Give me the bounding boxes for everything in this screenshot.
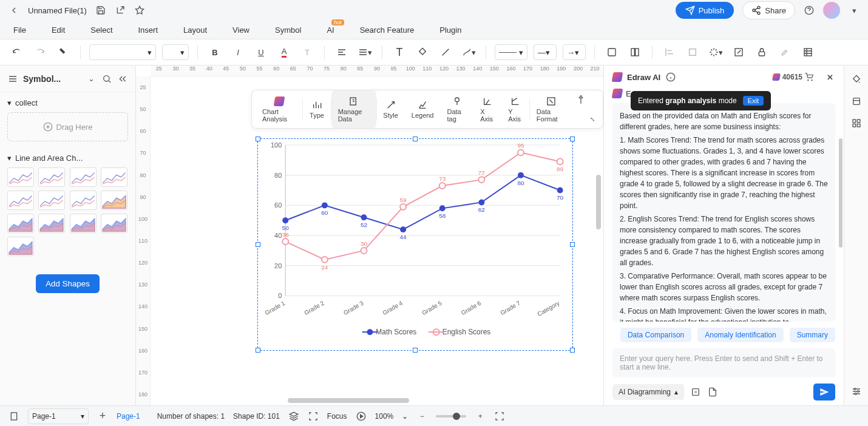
chart-thumb[interactable] xyxy=(70,167,97,187)
connector-icon[interactable]: ▾ xyxy=(460,44,477,61)
chip-data-comparison[interactable]: Data Comparison xyxy=(620,328,691,342)
underline-icon[interactable]: U xyxy=(253,44,270,61)
chart-thumb[interactable] xyxy=(101,167,127,187)
fullscreen-icon[interactable] xyxy=(494,411,505,422)
edit-shape-icon[interactable] xyxy=(730,44,747,61)
chart-thumb[interactable] xyxy=(38,167,65,187)
exit-button[interactable]: Exit xyxy=(743,96,764,106)
info-icon[interactable] xyxy=(665,72,676,83)
line-color-icon[interactable] xyxy=(437,44,454,61)
star-icon[interactable] xyxy=(134,5,145,16)
rail-shape-icon[interactable] xyxy=(851,96,862,107)
table-icon[interactable] xyxy=(799,44,816,61)
menu-search[interactable]: Search Feature xyxy=(360,25,415,35)
save-icon[interactable] xyxy=(95,5,106,16)
focus-label[interactable]: Focus xyxy=(327,412,347,421)
align-obj-icon[interactable] xyxy=(661,44,678,61)
section-linearea[interactable]: ▾ Line and Area Ch... xyxy=(7,154,128,163)
chip-anomaly[interactable]: Anomaly Identification xyxy=(697,328,783,342)
font-size-select[interactable]: ▾ xyxy=(162,44,189,60)
ftool-datatag[interactable]: Data tag xyxy=(441,90,474,128)
text-style-icon[interactable]: T xyxy=(299,44,316,61)
chart-thumb[interactable] xyxy=(7,191,34,210)
menu-symbol[interactable]: Symbol xyxy=(275,25,301,35)
align-icon[interactable] xyxy=(333,44,350,61)
expand-icon[interactable]: ⤡ xyxy=(588,113,597,124)
pin-icon[interactable] xyxy=(576,94,586,105)
chart-thumb[interactable] xyxy=(101,191,127,210)
chart-object[interactable]: 020406080100Grade 1Grade 2Grade 3Grade 4… xyxy=(257,138,573,351)
zoom-out-icon[interactable]: − xyxy=(416,411,427,422)
undo-icon[interactable] xyxy=(8,44,25,61)
ftool-dataformat[interactable]: Data Format xyxy=(530,90,572,128)
publish-button[interactable]: Publish xyxy=(676,2,734,19)
share-button[interactable]: Share xyxy=(742,1,795,19)
menu-view[interactable]: View xyxy=(232,25,249,35)
group-icon[interactable] xyxy=(684,44,701,61)
lock-icon[interactable] xyxy=(753,44,770,61)
section-collect[interactable]: ▾ collect xyxy=(7,98,128,107)
menu-ai[interactable]: AIhot xyxy=(327,25,334,35)
image2-icon[interactable] xyxy=(626,44,643,61)
redo-icon[interactable] xyxy=(32,44,49,61)
ftool-chart-analysis[interactable]: Chart Analysis xyxy=(256,90,302,128)
chart-thumb[interactable] xyxy=(7,167,34,187)
zoom-slider[interactable] xyxy=(436,415,466,418)
chip-summary[interactable]: Summary xyxy=(790,328,835,342)
search-icon[interactable] xyxy=(101,73,112,84)
add-page-icon[interactable]: + xyxy=(97,411,108,422)
add-shapes-button[interactable]: Add Shapes xyxy=(36,274,100,293)
page-tab[interactable]: Page-1 xyxy=(117,412,140,421)
zoom-value[interactable]: 100% xyxy=(375,412,394,421)
help-icon[interactable] xyxy=(804,5,815,16)
back-icon[interactable] xyxy=(8,5,19,16)
chart-thumb[interactable] xyxy=(101,214,127,233)
ai-scrollbar[interactable] xyxy=(839,138,843,248)
collapse-icon[interactable] xyxy=(117,73,128,84)
zoom-in-icon[interactable]: + xyxy=(475,411,486,422)
rail-grid-icon[interactable] xyxy=(851,118,862,129)
ftool-legend[interactable]: Legend xyxy=(405,90,441,128)
line-style-select[interactable]: ▾ xyxy=(495,44,527,60)
ftool-style[interactable]: Style xyxy=(376,90,404,128)
doc-icon[interactable] xyxy=(707,387,718,397)
chart-thumb[interactable] xyxy=(7,237,34,256)
page-select[interactable]: Page-1▾ xyxy=(28,408,89,424)
ftool-type[interactable]: Type xyxy=(303,90,331,128)
tools-icon[interactable] xyxy=(776,44,793,61)
export-icon[interactable] xyxy=(115,5,126,16)
send-button[interactable] xyxy=(813,384,835,401)
menu-insert[interactable]: Insert xyxy=(138,25,158,35)
format-painter-icon[interactable] xyxy=(55,44,72,61)
credits[interactable]: 40615 xyxy=(773,72,813,82)
menu-edit[interactable]: Edit xyxy=(52,25,65,35)
query-input[interactable]: Enter your query here. Press Enter to se… xyxy=(612,348,835,377)
image1-icon[interactable] xyxy=(603,44,620,61)
ftool-manage-data[interactable]: Manage Data xyxy=(331,90,376,128)
ftool-xaxis[interactable]: X Axis xyxy=(473,90,501,128)
drop-zone[interactable]: Drag Here xyxy=(7,112,128,141)
pages-icon[interactable] xyxy=(8,411,19,422)
ai-mode-select[interactable]: AI Diagramming ▴ xyxy=(612,384,684,400)
focus-icon[interactable] xyxy=(308,411,319,422)
avatar[interactable] xyxy=(823,2,840,19)
rail-settings-icon[interactable] xyxy=(851,386,862,397)
v-scrollbar[interactable] xyxy=(596,175,601,229)
close-icon[interactable]: ✕ xyxy=(824,72,835,83)
bold-icon[interactable]: B xyxy=(206,44,223,61)
play-icon[interactable] xyxy=(356,411,367,422)
rail-fill-icon[interactable] xyxy=(851,74,862,85)
chart-thumb[interactable] xyxy=(70,191,97,210)
menu-select[interactable]: Select xyxy=(90,25,112,35)
h-scrollbar[interactable] xyxy=(288,398,409,403)
text-tool-icon[interactable]: T xyxy=(391,44,408,61)
fill-icon[interactable] xyxy=(414,44,431,61)
chevron-down-icon[interactable]: ⌄ xyxy=(86,73,97,84)
chart-thumb[interactable] xyxy=(38,214,65,233)
spacing-icon[interactable]: ▾ xyxy=(356,44,373,61)
menu-layout[interactable]: Layout xyxy=(183,25,207,35)
font-color-icon[interactable]: A xyxy=(276,44,293,61)
library-icon[interactable] xyxy=(7,73,18,84)
caret-down-icon[interactable]: ▾ xyxy=(849,5,860,16)
menu-file[interactable]: File xyxy=(13,25,26,35)
